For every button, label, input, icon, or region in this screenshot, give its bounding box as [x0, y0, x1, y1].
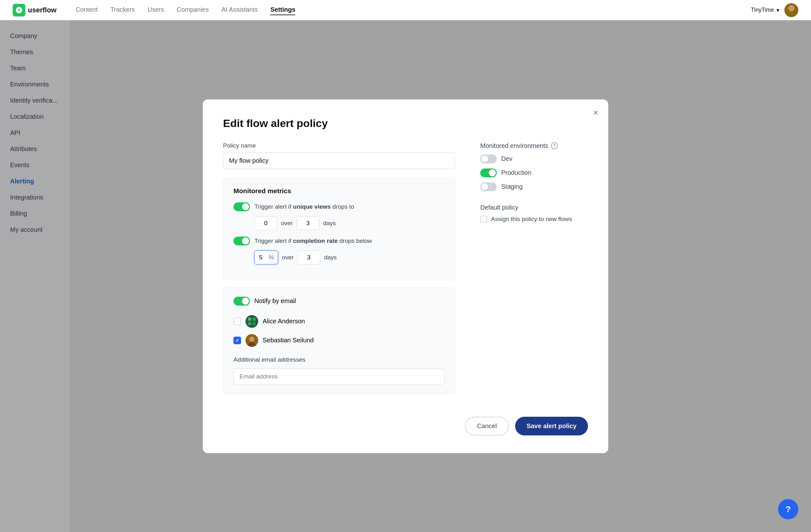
metric1-values: over days: [255, 216, 444, 230]
metric1-label: Trigger alert if unique views drops to: [255, 203, 354, 210]
env-staging-label: Staging: [501, 183, 523, 190]
modal-footer: Cancel Save alert policy: [223, 417, 588, 435]
modal-right: Monitored environments ? Dev Producti: [480, 142, 588, 402]
nav-users[interactable]: Users: [148, 5, 164, 15]
env-dev-label: Dev: [501, 155, 512, 162]
default-policy-title: Default policy: [480, 204, 588, 211]
logo-icon: [13, 4, 25, 16]
monitored-metrics-title: Monitored metrics: [233, 187, 444, 195]
workspace-selector[interactable]: TinyTime ▾: [751, 7, 779, 14]
environments-title-text: Monitored environments: [480, 142, 548, 150]
additional-email-label: Additional email addresses: [233, 356, 444, 363]
default-policy-section: Default policy Assign this policy to new…: [480, 204, 588, 223]
nav-items: Content Trackers Users Companies AI Assi…: [75, 5, 751, 15]
metric2-toggle[interactable]: [233, 237, 250, 246]
metric2-toggle-row: Trigger alert if completion rate drops b…: [233, 237, 444, 246]
help-button[interactable]: ?: [778, 499, 798, 519]
modal-overlay: × Edit flow alert policy Policy name Mon…: [0, 20, 811, 532]
env-production-slider: [480, 169, 497, 177]
metric1-over-label: over: [281, 220, 293, 227]
pct-symbol: %: [269, 251, 278, 264]
modal: × Edit flow alert policy Policy name Mon…: [203, 99, 608, 453]
metric2-days-label: days: [324, 254, 337, 261]
sebastian-avatar: [246, 334, 258, 347]
metric2-pct-wrapper: %: [255, 250, 278, 264]
metric1-bold: unique views: [293, 203, 331, 210]
env-production-label: Production: [501, 169, 532, 176]
policy-name-input[interactable]: [223, 152, 455, 169]
alice-avatar: [246, 315, 258, 328]
metric1-days-input[interactable]: [296, 216, 319, 230]
nav-trackers[interactable]: Trackers: [110, 5, 135, 15]
policy-name-label: Policy name: [223, 142, 455, 149]
svg-rect-3: [248, 318, 251, 321]
metric1-days-label: days: [323, 220, 336, 227]
metric1-toggle-row: Trigger alert if unique views drops to: [233, 202, 444, 211]
metric1-toggle[interactable]: [233, 202, 250, 211]
svg-point-2: [246, 315, 258, 328]
svg-rect-5: [248, 322, 251, 325]
top-nav: userflow Content Trackers Users Companie…: [0, 0, 811, 20]
help-icon: ?: [786, 504, 791, 514]
metric2-pct-input[interactable]: [255, 251, 269, 264]
save-button[interactable]: Save alert policy: [515, 417, 588, 435]
close-button[interactable]: ×: [593, 108, 598, 117]
env-staging-row: Staging: [480, 183, 588, 191]
metric2-over-label: over: [282, 254, 294, 261]
user-row-sebastian: Sebastian Seilund: [233, 331, 444, 350]
metric2-days-input[interactable]: [297, 250, 320, 264]
user-row-alice: Alice Anderson: [233, 312, 444, 331]
logo-text: userflow: [28, 6, 56, 14]
notify-card: Notify by email: [223, 287, 455, 394]
monitored-metrics-card: Monitored metrics Trigger alert if uniqu…: [223, 178, 455, 280]
default-policy-label: Assign this policy to new flows: [491, 216, 572, 223]
environments-help-icon[interactable]: ?: [551, 142, 558, 149]
svg-rect-6: [253, 322, 256, 325]
logo[interactable]: userflow: [13, 4, 56, 16]
sebastian-name: Sebastian Seilund: [263, 337, 313, 344]
env-dev-row: Dev: [480, 155, 588, 163]
notify-toggle-row: Notify by email: [233, 297, 444, 306]
svg-point-8: [249, 337, 255, 342]
metric2-label: Trigger alert if completion rate drops b…: [255, 237, 372, 245]
cancel-button[interactable]: Cancel: [465, 417, 509, 435]
default-policy-checkbox[interactable]: [480, 216, 487, 223]
svg-point-1: [786, 12, 796, 17]
env-staging-toggle[interactable]: [480, 183, 497, 191]
svg-point-0: [788, 5, 795, 11]
nav-ai[interactable]: AI Assistants: [221, 5, 258, 15]
email-input[interactable]: [233, 368, 444, 385]
env-production-toggle[interactable]: [480, 169, 497, 177]
chevron-down-icon[interactable]: ▾: [777, 7, 779, 14]
user-avatar[interactable]: [784, 3, 798, 17]
nav-content[interactable]: Content: [75, 5, 97, 15]
modal-left: Policy name Monitored metrics Trigger al…: [223, 142, 455, 402]
default-policy-row: Assign this policy to new flows: [480, 216, 588, 223]
notify-toggle[interactable]: [233, 297, 250, 306]
metric2-bold: completion rate: [293, 237, 338, 244]
alice-checkbox[interactable]: [233, 318, 241, 325]
env-staging-slider: [480, 183, 497, 191]
metric1-value-input[interactable]: [255, 216, 277, 230]
env-dev-toggle[interactable]: [480, 155, 497, 163]
alice-name: Alice Anderson: [263, 318, 305, 325]
modal-body: Policy name Monitored metrics Trigger al…: [223, 142, 588, 402]
environments-title: Monitored environments ?: [480, 142, 588, 150]
notify-toggle-slider: [233, 297, 250, 306]
env-dev-slider: [480, 155, 497, 163]
workspace-name: TinyTime: [751, 7, 774, 13]
env-production-row: Production: [480, 169, 588, 177]
nav-companies[interactable]: Companies: [177, 5, 209, 15]
svg-rect-4: [253, 318, 256, 321]
metric2-toggle-slider: [233, 237, 250, 246]
metric1-toggle-slider: [233, 202, 250, 211]
metric2-values: % over days: [255, 250, 444, 264]
nav-settings[interactable]: Settings: [270, 5, 295, 15]
sebastian-checkbox[interactable]: [233, 337, 241, 344]
nav-right: TinyTime ▾: [751, 3, 798, 17]
modal-title: Edit flow alert policy: [223, 117, 588, 129]
notify-label: Notify by email: [255, 297, 296, 304]
